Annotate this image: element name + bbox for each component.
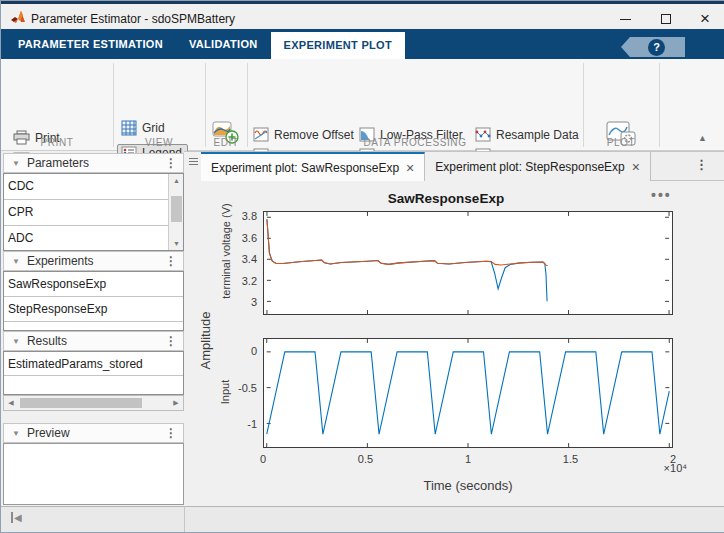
scroll-up-icon[interactable]: ▲ — [169, 174, 184, 187]
x-tick-label: 2 — [653, 453, 693, 465]
list-item[interactable]: ADC — [4, 226, 183, 252]
minimize-button[interactable] — [610, 10, 640, 28]
ribbon-tab-strip: PARAMETER ESTIMATION VALIDATION EXPERIME… — [1, 29, 724, 59]
grid-icon — [121, 120, 137, 136]
status-bar — [1, 506, 724, 532]
edit-section-label: EDIT — [205, 137, 247, 148]
doc-tab-label: Experiment plot: StepResponseExp — [435, 160, 624, 174]
list-item[interactable]: StepResponseExp — [4, 297, 183, 322]
preview-box — [3, 443, 184, 505]
top-axes — [263, 211, 673, 315]
y-tick-label: 0 — [221, 345, 257, 357]
window-title: Parameter Estimator - sdoSPMBattery — [31, 12, 235, 26]
vertical-scrollbar[interactable]: ▲ ▼ — [168, 174, 183, 250]
experiments-title: Experiments — [27, 254, 94, 268]
divider — [659, 63, 660, 147]
title-bar: Parameter Estimator - sdoSPMBattery × — [1, 4, 724, 29]
ribbon-toolbar: Print Print To Figure PRINT Grid Legend … — [1, 59, 724, 151]
doc-tab-label: Experiment plot: SawResponseExp — [211, 161, 399, 175]
list-item[interactable]: SawResponseExp — [4, 272, 183, 297]
close-tab-icon[interactable]: × — [406, 162, 414, 174]
view-section-label: VIEW — [113, 137, 205, 148]
divider — [184, 506, 185, 532]
figure-options-button[interactable]: ••• — [651, 187, 672, 203]
experiments-header[interactable]: ▼ Experiments ⋮ — [3, 251, 184, 271]
experiment-plot-figure: SawResponseExp ••• Amplitude terminal vo… — [201, 181, 724, 506]
y-tick-label: 3.6 — [221, 232, 257, 244]
document-tab-bar: Experiment plot: SawResponseExp × Experi… — [201, 151, 724, 181]
matlab-logo-icon — [10, 9, 26, 25]
parameters-header[interactable]: ▼ Parameters ⋮ — [3, 153, 184, 173]
maximize-button[interactable] — [651, 10, 681, 28]
help-badge: ? — [621, 37, 685, 57]
collapse-triangle-icon[interactable]: ▼ — [12, 337, 20, 346]
scrollbar-thumb[interactable] — [20, 398, 142, 408]
experiments-list: SawResponseExp StepResponseExp — [3, 271, 184, 331]
y-tick-label: 3.4 — [221, 253, 257, 265]
kebab-menu-icon[interactable]: ⋮ — [165, 426, 177, 440]
x-tick-label: 0.5 — [346, 453, 386, 465]
close-icon: × — [700, 9, 710, 29]
minimize-icon — [620, 19, 631, 20]
doc-tab-stepresponseexp[interactable]: Experiment plot: StepResponseExp × — [425, 152, 651, 182]
app-window: Parameter Estimator - sdoSPMBattery × PA… — [0, 0, 724, 533]
scroll-left-icon[interactable]: ◀ — [4, 396, 18, 410]
collapse-ribbon-icon[interactable]: ▲ — [698, 133, 707, 143]
collapse-browser-icon[interactable]: ◀ — [11, 512, 22, 523]
results-title: Results — [27, 334, 67, 348]
plot-section-label: PLOT — [583, 137, 659, 148]
list-item-empty — [4, 322, 183, 330]
y-tick-label: 3.2 — [221, 275, 257, 287]
print-section-label: PRINT — [1, 137, 113, 148]
divider — [583, 63, 584, 147]
x-tick-label: 1 — [448, 453, 488, 465]
panel-menu-icon[interactable] — [189, 158, 198, 167]
scroll-down-icon[interactable]: ▼ — [169, 237, 184, 250]
x-tick-label: 1.5 — [551, 453, 591, 465]
x-tick-label: 0 — [243, 453, 283, 465]
close-tab-icon[interactable]: × — [632, 161, 640, 173]
series-simulated — [267, 219, 548, 265]
preview-title: Preview — [27, 426, 70, 440]
kebab-menu-icon[interactable]: ⋮ — [165, 254, 177, 268]
results-header[interactable]: ▼ Results ⋮ — [3, 331, 184, 351]
grid-label: Grid — [142, 121, 165, 135]
maximize-icon — [661, 14, 671, 24]
divider — [205, 63, 206, 147]
scroll-right-icon[interactable]: ▶ — [169, 396, 183, 410]
kebab-menu-icon[interactable]: ⋮ — [165, 334, 177, 348]
collapse-triangle-icon[interactable]: ▼ — [12, 159, 20, 168]
help-button[interactable]: ? — [648, 39, 665, 56]
y-tick-label: -1 — [221, 418, 257, 430]
y-tick-label: -0.5 — [221, 382, 257, 394]
tab-experiment-plot[interactable]: EXPERIMENT PLOT — [271, 32, 405, 59]
y-tick-label: 3 — [221, 296, 257, 308]
parameters-title: Parameters — [27, 156, 89, 170]
tab-validation[interactable]: VALIDATION — [176, 29, 271, 59]
doc-tab-sawresponseexp[interactable]: Experiment plot: SawResponseExp × — [201, 152, 425, 182]
list-item[interactable]: CDC — [4, 174, 183, 200]
tab-overflow-menu-icon[interactable]: ⋮ — [695, 157, 708, 172]
shared-ylabel: Amplitude — [198, 291, 213, 391]
horizontal-scrollbar[interactable]: ◀ ▶ — [3, 395, 184, 411]
list-item[interactable]: EstimatedParams_stored — [4, 352, 183, 376]
series-measured — [267, 219, 547, 301]
bottom-axes — [263, 338, 673, 448]
grid-button[interactable]: Grid — [121, 120, 165, 136]
tab-parameter-estimation[interactable]: PARAMETER ESTIMATION — [5, 29, 176, 59]
collapse-triangle-icon[interactable]: ▼ — [12, 257, 20, 266]
data-processing-section-label: DATA PROCESSING — [247, 137, 583, 148]
divider — [247, 63, 248, 147]
results-list: EstimatedParams_stored — [3, 351, 184, 395]
figure-title: SawResponseExp — [336, 191, 556, 206]
xlabel: Time (seconds) — [368, 478, 568, 493]
y-tick-label: 3.8 — [221, 210, 257, 222]
collapse-triangle-icon[interactable]: ▼ — [12, 429, 20, 438]
list-item[interactable]: CPR — [4, 200, 183, 226]
close-button[interactable]: × — [690, 10, 720, 28]
scrollbar-thumb[interactable] — [171, 196, 182, 222]
divider — [113, 63, 114, 147]
preview-header[interactable]: ▼ Preview ⋮ — [3, 423, 184, 443]
kebab-menu-icon[interactable]: ⋮ — [165, 156, 177, 170]
series-input — [267, 352, 670, 434]
